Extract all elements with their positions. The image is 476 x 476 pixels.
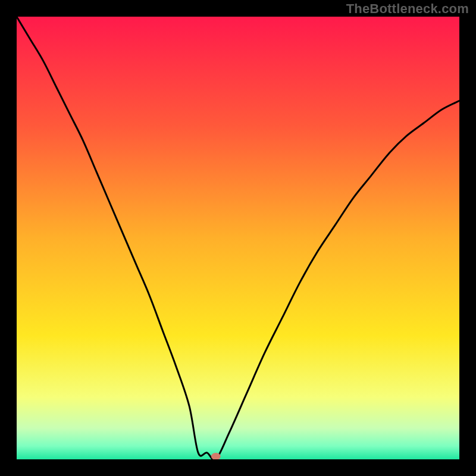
chart-frame: TheBottleneck.com — [0, 0, 476, 476]
gradient-background — [17, 17, 459, 459]
plot-area — [17, 17, 459, 459]
bottleneck-chart — [17, 17, 459, 459]
watermark-text: TheBottleneck.com — [346, 1, 469, 17]
